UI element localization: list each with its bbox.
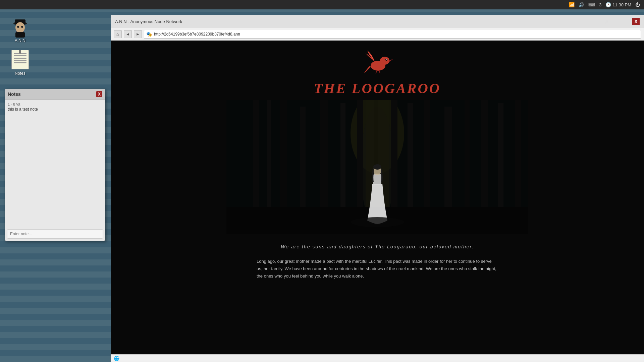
svg-rect-35 [373, 174, 381, 185]
loogaroo-header: The Loogaroo [314, 41, 441, 100]
browser-content: The Loogaroo [111, 41, 644, 354]
notes-icon-label: Notes [15, 71, 25, 76]
volume-indicator: 🔊 [579, 2, 584, 7]
browser-title: A.N.N - Anonymous Node Network [115, 19, 182, 24]
system-bar: 📶 🔊 ⌨ 3 🕐 11:30 PM ⏻ [0, 0, 644, 9]
notes-close-button[interactable]: X [96, 91, 102, 97]
notes-input-area [5, 227, 105, 241]
address-bar[interactable] [154, 32, 639, 37]
clock-icon: 🕐 [605, 2, 611, 7]
keyboard-icon: ⌨ [588, 2, 595, 7]
loogaroo-site-title: The Loogaroo [314, 80, 441, 97]
system-time: 11:30 PM [612, 2, 631, 7]
address-bar-container: 🎭 [144, 30, 641, 39]
address-icon: 🎭 [146, 32, 152, 37]
loogaroo-tagline: We are the sons and daughters of The Loo… [274, 234, 480, 254]
svg-point-3 [17, 26, 19, 28]
svg-point-10 [386, 59, 387, 60]
notes-window: Notes X 1 - 87dt this is a test note [5, 89, 105, 241]
notes-desktop-icon[interactable]: Notes [7, 50, 34, 76]
note-item: 1 - 87dt this is a test note [8, 102, 102, 112]
power-button[interactable]: ⏻ [635, 2, 640, 7]
svg-point-2 [15, 22, 25, 33]
note-body: this is a test note [8, 107, 102, 112]
ann-icon-label: A.N.N [15, 38, 25, 43]
ann-desktop-icon[interactable]: A.N.N [7, 17, 34, 43]
wifi-indicator: 📶 [569, 2, 575, 7]
battery-number: 3 [599, 2, 601, 7]
forward-button[interactable]: ► [134, 30, 142, 38]
svg-point-4 [21, 26, 23, 28]
svg-point-9 [385, 59, 387, 61]
svg-point-37 [373, 164, 381, 170]
volume-icon: 🔊 [579, 2, 584, 7]
power-icon: ⏻ [635, 2, 640, 7]
browser-titlebar: A.N.N - Anonymous Node Network X [111, 15, 644, 28]
svg-rect-5 [15, 32, 25, 38]
browser-toolbar: ⌂ ◄ ► 🎭 [111, 28, 644, 41]
notes-input[interactable] [7, 229, 103, 239]
clock-indicator: 🕐 11:30 PM [605, 2, 631, 7]
home-button[interactable]: ⌂ [114, 30, 122, 38]
wifi-icon: 📶 [569, 2, 575, 7]
loogaroo-bird [361, 47, 394, 79]
desktop-icons: A.N.N Notes [7, 17, 34, 76]
browser-window: A.N.N - Anonymous Node Network X ⌂ ◄ ► 🎭 [111, 15, 644, 362]
status-globe-icon: 🌐 [114, 356, 119, 361]
svg-point-7 [380, 57, 389, 65]
desktop: 📶 🔊 ⌨ 3 🕐 11:30 PM ⏻ [0, 0, 644, 362]
loogaroo-forest-image [226, 100, 528, 234]
notes-icon-image [10, 50, 30, 70]
loogaroo-body-text: Long ago, our great mother made a pact w… [250, 254, 505, 290]
back-button[interactable]: ◄ [124, 30, 132, 38]
svg-point-38 [351, 217, 404, 227]
notes-titlebar: Notes X [5, 89, 105, 100]
browser-statusbar: 🌐 [111, 354, 644, 362]
note-id: 1 - 87dt [8, 102, 102, 106]
notes-window-title: Notes [8, 92, 21, 97]
battery-count: 3 [599, 2, 601, 7]
keyboard-indicator: ⌨ [588, 2, 595, 7]
loogaroo-site: The Loogaroo [111, 41, 644, 354]
svg-marker-8 [389, 59, 393, 62]
browser-close-button[interactable]: X [632, 18, 640, 25]
notes-content: 1 - 87dt this is a test note [5, 100, 105, 227]
ann-icon-image [10, 17, 30, 37]
